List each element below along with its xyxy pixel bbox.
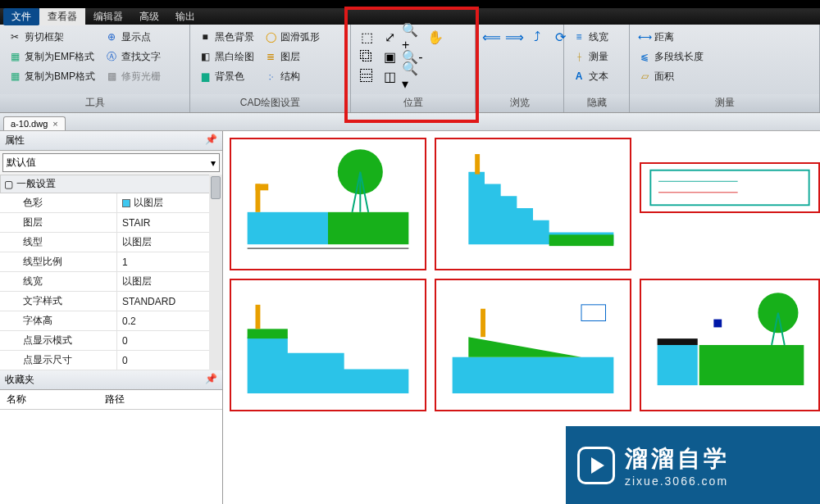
nav-fwd-button[interactable]: ⟹ <box>503 28 525 46</box>
pos-icon-2[interactable]: ⤢ <box>379 28 400 46</box>
ribbon-group-browse: ⟸ ⟹ ⤴ ⟳ 浏览 <box>476 25 564 112</box>
linewidth-icon: ≡ <box>572 30 585 43</box>
menu-editor[interactable]: 编辑器 <box>85 8 131 25</box>
polyline-length-button[interactable]: ⫹多段线长度 <box>635 48 707 66</box>
property-row[interactable]: 文字样式STANDARD <box>0 292 222 311</box>
smooth-arc-button[interactable]: ◯圆滑弧形 <box>261 28 323 46</box>
property-row[interactable]: 点显示尺寸0 <box>0 351 222 370</box>
watermark-url: zixue.3066.com <box>625 474 730 488</box>
menu-output[interactable]: 输出 <box>167 8 203 25</box>
col-path[interactable]: 路径 <box>98 390 131 409</box>
properties-panel-title: 属性 📌 <box>0 131 222 151</box>
pos-icon-6[interactable]: ◫ <box>379 67 400 85</box>
title-bar <box>0 0 820 8</box>
show-point-button[interactable]: ⊕显示点 <box>102 28 164 46</box>
cad-thumb-legend[interactable] <box>640 162 820 213</box>
layers-icon: ≣ <box>264 50 277 63</box>
menu-file[interactable]: 文件 <box>3 8 39 25</box>
property-row[interactable]: 线型比例1 <box>0 252 222 272</box>
svg-marker-16 <box>468 337 581 357</box>
svg-rect-20 <box>658 338 698 345</box>
close-tab-icon[interactable]: × <box>52 119 57 129</box>
default-combo[interactable]: 默认值▾ <box>2 153 220 172</box>
layers-button[interactable]: ≣图层 <box>261 48 323 66</box>
zoom-dropdown[interactable]: 🔍▾ <box>402 67 423 85</box>
ribbon-group-tools: ✂剪切框架 ▦复制为EMF格式 ▦复制为BMP格式 ⊕显示点 Ⓐ查找文字 ▩修剪… <box>0 25 190 112</box>
ruler-icon: ⟊ <box>572 50 585 63</box>
pos-icon-1[interactable]: ⬚ <box>356 28 377 46</box>
trim-icon: ▩ <box>105 70 118 83</box>
emf-icon: ▦ <box>8 50 21 63</box>
property-category[interactable]: ▢一般设置 <box>0 175 222 193</box>
cad-thumb-1[interactable] <box>230 138 426 270</box>
property-grid: ▢一般设置 色彩以图层图层STAIR线型以图层线型比例1线宽以图层文字样式STA… <box>0 175 222 370</box>
property-row[interactable]: 线型以图层 <box>0 233 222 252</box>
document-tab[interactable]: a-10.dwg × <box>3 116 66 130</box>
black-bg-button[interactable]: ■黑色背景 <box>195 28 257 46</box>
menu-viewer[interactable]: 查看器 <box>39 8 85 25</box>
property-row[interactable]: 色彩以图层 <box>0 193 222 213</box>
pos-icon-3[interactable]: ⿻ <box>356 48 377 66</box>
property-row[interactable]: 字体高0.2 <box>0 311 222 331</box>
svg-rect-18 <box>581 305 606 321</box>
crop-frame-button[interactable]: ✂剪切框架 <box>5 28 98 46</box>
document-tabs: a-10.dwg × <box>0 113 820 131</box>
watermark-title: 溜溜自学 <box>625 443 730 474</box>
cad-thumb-5[interactable] <box>640 279 820 411</box>
pin-icon[interactable]: 📌 <box>205 134 217 148</box>
svg-rect-9 <box>650 170 809 206</box>
menu-advanced[interactable]: 高级 <box>131 8 167 25</box>
pos-icon-5[interactable]: ⿳ <box>356 67 377 85</box>
zoom-in-button[interactable]: 🔍+ <box>402 28 423 46</box>
ribbon-group-measure: ⟷距离 ⫹多段线长度 ▱面积 测量 <box>630 25 820 112</box>
cad-thumb-2[interactable] <box>435 138 631 270</box>
pan-button[interactable]: ✋ <box>425 28 446 46</box>
structure-button[interactable]: ჻结构 <box>261 67 323 85</box>
text-toggle-button[interactable]: A文本 <box>569 67 612 85</box>
cad-thumb-4[interactable] <box>435 279 631 411</box>
bmp-icon: ▦ <box>8 70 21 83</box>
favorites-header: 名称 路径 <box>0 390 222 410</box>
svg-rect-0 <box>248 212 328 244</box>
text-icon: A <box>572 70 585 83</box>
copy-bmp-button[interactable]: ▦复制为BMP格式 <box>5 67 98 85</box>
ribbon-label-position: 位置 <box>351 94 475 112</box>
scrollbar[interactable] <box>209 175 222 370</box>
pos-icon-4[interactable]: ▣ <box>379 48 400 66</box>
nav-back-button[interactable]: ⟸ <box>481 28 502 46</box>
bw-draw-button[interactable]: ◧黑白绘图 <box>195 48 257 66</box>
ribbon-label-hide: 隐藏 <box>564 94 629 112</box>
property-row[interactable]: 线宽以图层 <box>0 272 222 292</box>
find-icon: Ⓐ <box>105 50 118 63</box>
svg-marker-5 <box>256 184 269 190</box>
svg-marker-15 <box>453 357 614 393</box>
property-row[interactable]: 图层STAIR <box>0 213 222 233</box>
ribbon-label-browse: 浏览 <box>476 94 563 112</box>
linewidth-button[interactable]: ≡线宽 <box>569 28 612 46</box>
bg-color-button[interactable]: ▆背景色 <box>195 67 257 85</box>
cad-thumb-3[interactable] <box>230 279 426 411</box>
watermark: 溜溜自学 zixue.3066.com <box>566 426 820 504</box>
trim-raster-button[interactable]: ▩修剪光栅 <box>102 67 164 85</box>
copy-emf-button[interactable]: ▦复制为EMF格式 <box>5 48 98 66</box>
find-text-button[interactable]: Ⓐ查找文字 <box>102 48 164 66</box>
distance-icon: ⟷ <box>638 30 651 43</box>
nav-out-button[interactable]: ⤴ <box>526 28 548 46</box>
play-icon <box>577 447 615 484</box>
measure-toggle-button[interactable]: ⟊测量 <box>569 48 612 66</box>
left-panel: 属性 📌 默认值▾ ▢一般设置 色彩以图层图层STAIR线型以图层线型比例1线宽… <box>0 131 223 504</box>
ribbon-label-measure: 测量 <box>630 94 819 112</box>
area-button[interactable]: ▱面积 <box>635 67 707 85</box>
property-row[interactable]: 点显示模式0 <box>0 331 222 351</box>
distance-button[interactable]: ⟷距离 <box>635 28 707 46</box>
svg-rect-21 <box>699 345 804 385</box>
structure-icon: ჻ <box>264 70 277 83</box>
bgcolor-icon: ▆ <box>198 70 212 83</box>
black-bg-icon: ■ <box>198 30 212 43</box>
polyline-icon: ⫹ <box>638 50 651 63</box>
col-name[interactable]: 名称 <box>0 390 98 409</box>
bw-icon: ◧ <box>198 50 212 63</box>
pin-icon[interactable]: 📌 <box>205 373 217 387</box>
svg-rect-13 <box>248 329 288 338</box>
ribbon-label-tools: 工具 <box>0 94 189 112</box>
